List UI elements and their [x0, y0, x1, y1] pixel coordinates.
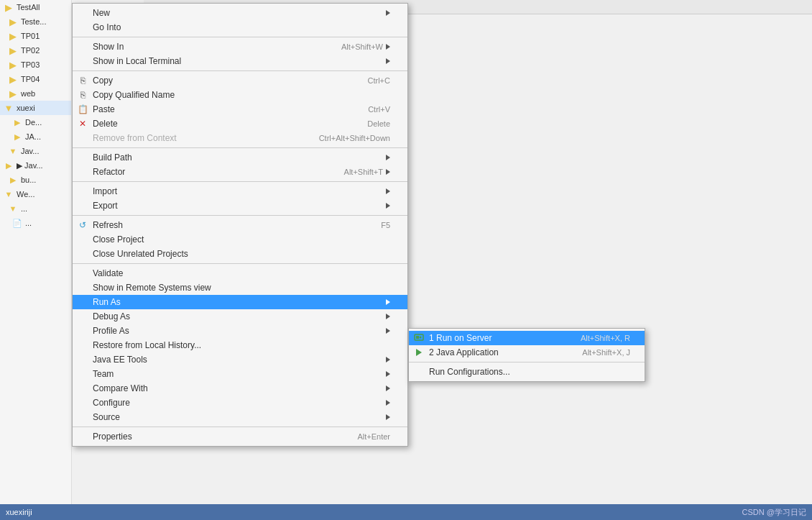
menu-item-restore-history[interactable]: Restore from Local History... [73, 338, 407, 352]
delete-icon: ✕ [77, 118, 88, 129]
tree-item[interactable]: ▼ Jav... [0, 144, 71, 158]
folder-icon: ▼ [3, 188, 14, 200]
menu-item-run-as-label: Run As [93, 297, 383, 307]
menu-item-validate[interactable]: Validate [73, 266, 407, 280]
tree-item[interactable]: ▶ bu... [0, 173, 71, 187]
menu-item-profile-as[interactable]: Profile As [73, 324, 407, 338]
submenu-run-on-server-label: 1 Run on Server [429, 333, 492, 343]
menu-item-paste-label: Paste [93, 104, 339, 114]
run-on-server-icon [413, 332, 425, 344]
menu-item-copy-qualified[interactable]: ⎘ Copy Qualified Name [73, 88, 407, 102]
menu-item-show-remote[interactable]: Show in Remote Systems view [73, 280, 407, 295]
submenu-item-run-configurations[interactable]: Run Configurations... [409, 365, 645, 379]
menu-item-show-in-label: Show In [93, 42, 313, 52]
menu-item-close-unrelated[interactable]: Close Unrelated Projects [73, 247, 407, 261]
folder-icon: ▶ [7, 59, 19, 70]
menu-item-go-into[interactable]: Go Into [73, 20, 407, 35]
menu-item-show-remote-label: Show in Remote Systems view [93, 283, 390, 293]
submenu-arrow-icon [386, 386, 390, 391]
tree-item[interactable]: ▼ ... [0, 201, 71, 216]
menu-item-refactor[interactable]: Refactor Alt+Shift+T [73, 165, 407, 179]
submenu-java-application-shortcut: Alt+Shift+X, J [560, 348, 630, 357]
status-bar: xuexiriji CSDN @学习日记 [0, 504, 812, 520]
tree-item[interactable]: ▼ xuexi [0, 101, 71, 115]
tree-item[interactable]: ▶ TP04 [0, 72, 71, 86]
tree-item[interactable]: ▶ TP02 [0, 43, 71, 58]
separator [73, 215, 407, 216]
tree-label: Teste... [21, 17, 46, 26]
menu-item-properties[interactable]: Properties Alt+Enter [73, 429, 407, 444]
menu-item-show-local-terminal-label: Show in Local Terminal [93, 56, 383, 66]
tree-item[interactable]: ▶ JA... [0, 129, 71, 144]
menu-item-team-label: Team [93, 369, 383, 379]
tree-item[interactable]: ▶ web [0, 86, 71, 101]
menu-item-properties-label: Properties [93, 432, 328, 442]
folder-icon: ▶ [7, 30, 19, 42]
tree-item[interactable]: ▶ TP01 [0, 29, 71, 43]
separator [73, 181, 407, 182]
menu-item-debug-as[interactable]: Debug As [73, 309, 407, 324]
menu-item-refresh-shortcut: F5 [381, 221, 390, 229]
menu-item-java-ee-tools[interactable]: Java EE Tools [73, 352, 407, 367]
menu-item-export[interactable]: Export [73, 199, 407, 213]
submenu-arrow-icon [386, 371, 390, 377]
menu-item-paste-shortcut: Ctrl+V [368, 105, 390, 114]
separator [73, 37, 407, 37]
tree-label: TP03 [21, 60, 40, 69]
menu-item-close-project[interactable]: Close Project [73, 232, 407, 247]
submenu-item-java-application[interactable]: 2 Java Application Alt+Shift+X, J [409, 345, 645, 360]
tree-item[interactable]: ▶ De... [0, 115, 71, 129]
svg-marker-3 [416, 349, 422, 356]
separator [73, 70, 407, 71]
menu-item-delete[interactable]: ✕ Delete Delete [73, 117, 407, 131]
submenu-item-run-on-server[interactable]: 1 Run on Server Alt+Shift+X, R [409, 331, 645, 345]
menu-item-team[interactable]: Team [73, 367, 407, 381]
submenu-arrow-icon [386, 188, 390, 194]
tree-item[interactable]: 📄 ... [0, 216, 71, 230]
submenu-arrow-icon [386, 414, 390, 420]
folder-icon: ▶ [7, 16, 19, 27]
menu-item-remove-context[interactable]: Remove from Context Ctrl+Alt+Shift+Down [73, 131, 407, 145]
menu-item-refresh[interactable]: ↺ Refresh F5 [73, 218, 407, 232]
menu-item-source[interactable]: Source [73, 410, 407, 424]
submenu-run-configurations-label: Run Configurations... [429, 367, 510, 377]
menu-item-run-as[interactable]: Run As [73, 295, 407, 309]
menu-item-show-local-terminal[interactable]: Show in Local Terminal [73, 54, 407, 68]
tree-label: xuexi [17, 104, 35, 112]
tree-label: TP02 [21, 46, 40, 55]
menu-item-debug-as-label: Debug As [93, 311, 383, 321]
folder-icon: ▶ [7, 174, 19, 186]
submenu-arrow-icon [386, 328, 390, 334]
tree-item[interactable]: ▶ TP03 [0, 58, 71, 72]
folder-icon: ▶ [7, 45, 19, 56]
menu-item-import[interactable]: Import [73, 184, 407, 199]
tree-item[interactable]: ▶ ▶ Jav... [0, 158, 71, 173]
folder-icon: ▶ [3, 160, 14, 171]
submenu-arrow-icon [386, 314, 390, 319]
refresh-icon: ↺ [77, 219, 88, 231]
submenu-arrow-icon [386, 10, 390, 16]
menu-item-build-path[interactable]: Build Path [73, 150, 407, 165]
submenu-arrow-icon [386, 169, 390, 175]
menu-item-show-in[interactable]: Show In Alt+Shift+W [73, 40, 407, 54]
menu-item-copy[interactable]: ⎘ Copy Ctrl+C [73, 73, 407, 88]
tree-item[interactable]: ▶ Teste... [0, 14, 71, 29]
menu-item-close-project-label: Close Project [93, 234, 390, 245]
menu-item-refactor-shortcut: Alt+Shift+T [344, 168, 383, 176]
submenu-arrow-icon [386, 203, 390, 209]
menu-item-build-path-label: Build Path [93, 152, 383, 163]
tree-item[interactable]: ▼ We... [0, 187, 71, 201]
tree-label: bu... [21, 175, 36, 184]
folder-icon: ▶ [7, 73, 19, 85]
java-application-icon [413, 347, 425, 358]
menu-item-paste[interactable]: 📋 Paste Ctrl+V [73, 102, 407, 117]
menu-item-compare-with-label: Compare With [93, 383, 383, 393]
menu-item-new[interactable]: New [73, 6, 407, 20]
menu-item-export-label: Export [93, 201, 383, 211]
menu-item-configure[interactable]: Configure [73, 396, 407, 410]
tree-label: web [21, 89, 35, 98]
submenu-java-application-label: 2 Java Application [429, 347, 499, 357]
tree-item[interactable]: ▶ TestAll [0, 0, 71, 14]
menu-item-compare-with[interactable]: Compare With [73, 381, 407, 396]
folder-icon: ▶ [11, 117, 23, 128]
